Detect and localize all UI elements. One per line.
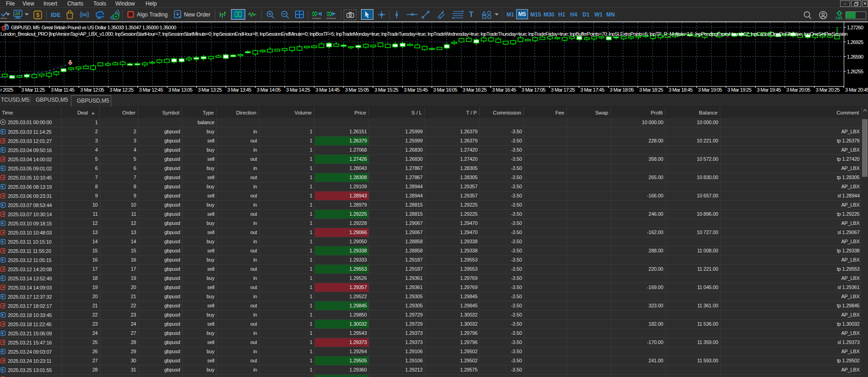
svg-text:GBPUSD, M5: Great Britain Pou: GBPUSD, M5: Great Britain Pound vs US Do… <box>11 25 176 30</box>
svg-text:3 Mar 14:05: 3 Mar 14:05 <box>257 87 281 93</box>
svg-text:3 Mar 18:45: 3 Mar 18:45 <box>669 87 693 93</box>
svg-text:3 Mar 19:45: 3 Mar 19:45 <box>757 87 781 93</box>
svg-text:3 Mar 14:45: 3 Mar 14:45 <box>316 87 340 93</box>
svg-text:London_Breakout_PRO [InpVersio: London_Breakout_PRO [InpVersionTag=AP_LB… <box>0 31 847 37</box>
svg-text:3 Mar 13:05: 3 Mar 13:05 <box>168 87 193 93</box>
svg-text:$: $ <box>36 11 40 18</box>
svg-text:1.26925: 1.26925 <box>847 39 863 45</box>
svg-text:LVL: LVL <box>836 16 843 20</box>
svg-text:3 Mar 19:25: 3 Mar 19:25 <box>728 87 752 93</box>
svg-text:3 Mar 16:05: 3 Mar 16:05 <box>433 87 458 93</box>
svg-text:1.26255: 1.26255 <box>847 69 863 74</box>
svg-text:3 Mar 12:05: 3 Mar 12:05 <box>80 87 104 93</box>
svg-text:r 2025: r 2025 <box>0 87 13 93</box>
svg-text:3 Mar 20:05: 3 Mar 20:05 <box>786 87 810 93</box>
svg-text:3 Mar 16:25: 3 Mar 16:25 <box>463 87 487 93</box>
svg-text:1.26590: 1.26590 <box>847 54 863 60</box>
svg-text:3 Mar 15:45: 3 Mar 15:45 <box>404 87 428 93</box>
svg-text:3 Mar 14:25: 3 Mar 14:25 <box>286 87 310 93</box>
svg-text:3 Mar 17:25: 3 Mar 17:25 <box>551 87 575 93</box>
svg-text:3 Mar 20:45: 3 Mar 20:45 <box>845 87 868 93</box>
svg-text:3 Mar 15:25: 3 Mar 15:25 <box>374 87 399 93</box>
svg-text:3 Mar 20:25: 3 Mar 20:25 <box>816 87 840 93</box>
svg-text:3 Mar 15:05: 3 Mar 15:05 <box>345 87 369 93</box>
svg-text:3 Mar 17:05: 3 Mar 17:05 <box>522 87 546 93</box>
svg-text:3 Mar 17:45: 3 Mar 17:45 <box>580 87 604 93</box>
svg-text:3 Mar 18:25: 3 Mar 18:25 <box>639 87 663 93</box>
svg-text:3 Mar 18:05: 3 Mar 18:05 <box>610 87 634 93</box>
svg-text:3 Mar 11:45: 3 Mar 11:45 <box>51 87 75 93</box>
svg-text:1.27260: 1.27260 <box>847 25 863 30</box>
svg-text:3 Mar 19:05: 3 Mar 19:05 <box>698 87 722 93</box>
svg-text:3 Mar 12:45: 3 Mar 12:45 <box>139 87 163 93</box>
svg-text:3 Mar 13:45: 3 Mar 13:45 <box>227 87 252 93</box>
svg-text:3 Mar 16:45: 3 Mar 16:45 <box>492 87 516 93</box>
svg-text:3 Mar 11:25: 3 Mar 11:25 <box>22 87 45 93</box>
svg-text:3 Mar 12:25: 3 Mar 12:25 <box>110 87 134 93</box>
svg-text:3 Mar 13:25: 3 Mar 13:25 <box>198 87 222 93</box>
